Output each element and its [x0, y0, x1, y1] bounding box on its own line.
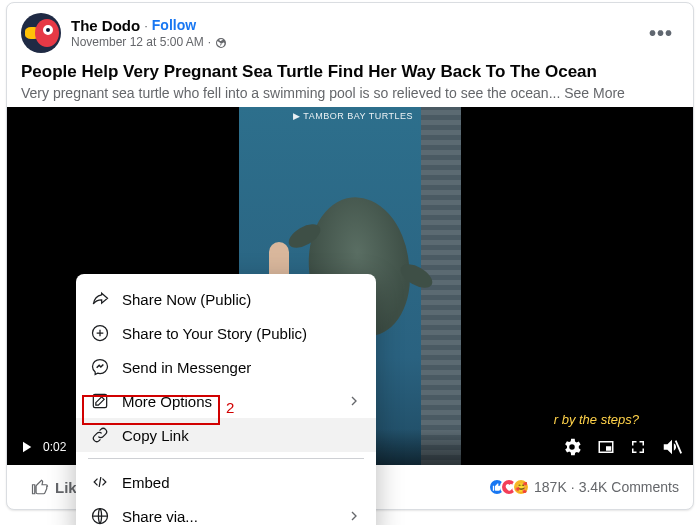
share-story-item[interactable]: Share to Your Story (Public) — [76, 316, 376, 350]
volume-icon[interactable] — [661, 436, 683, 458]
reaction-care-icon: 🥰 — [512, 478, 530, 496]
svg-line-1 — [676, 441, 682, 454]
share-now-item[interactable]: Share Now (Public) — [76, 282, 376, 316]
menu-label: Copy Link — [122, 427, 189, 444]
menu-label: Share Now (Public) — [122, 291, 251, 308]
play-icon[interactable] — [17, 438, 35, 456]
share-arrow-icon — [90, 289, 110, 309]
code-icon — [90, 472, 110, 492]
menu-label: Share via... — [122, 508, 198, 525]
more-options-button[interactable]: ••• — [643, 16, 679, 51]
reactions-bar[interactable]: 🥰 187K · 3.4K Comments — [488, 478, 679, 496]
separator: · — [571, 479, 575, 495]
link-icon — [90, 425, 110, 445]
menu-label: Send in Messenger — [122, 359, 251, 376]
globe-icon[interactable] — [215, 35, 227, 49]
menu-divider — [88, 458, 364, 459]
annotation-step-2: 2 — [226, 399, 234, 416]
video-time: 0:02 — [43, 440, 66, 454]
post-title: People Help Very Pregnant Sea Turtle Fin… — [7, 57, 693, 83]
reaction-count: 187K — [534, 479, 567, 495]
page-avatar[interactable] — [21, 13, 61, 53]
embed-item[interactable]: Embed — [76, 465, 376, 499]
pip-icon[interactable] — [597, 438, 615, 456]
share-via-item[interactable]: Share via... — [76, 499, 376, 525]
globe-grid-icon — [90, 506, 110, 525]
send-messenger-item[interactable]: Send in Messenger — [76, 350, 376, 384]
fullscreen-icon[interactable] — [629, 438, 647, 456]
follow-link[interactable]: Follow — [152, 17, 196, 34]
like-icon — [31, 478, 49, 496]
post-header: The Dodo · Follow November 12 at 5:00 AM… — [7, 3, 693, 57]
reaction-icons: 🥰 — [488, 478, 530, 496]
post-timestamp[interactable]: November 12 at 5:00 AM — [71, 35, 204, 49]
annotation-highlight-2 — [82, 395, 220, 425]
menu-label: Embed — [122, 474, 170, 491]
post-description: Very pregnant sea turtle who fell into a… — [7, 83, 693, 107]
chevron-right-icon — [346, 508, 362, 524]
messenger-icon — [90, 357, 110, 377]
svg-rect-0 — [606, 446, 611, 451]
chevron-right-icon — [346, 393, 362, 409]
settings-icon[interactable] — [561, 436, 583, 458]
separator: · — [144, 18, 148, 34]
video-watermark: ▶ TAMBOR BAY TURTLES — [293, 111, 413, 121]
see-more-link[interactable]: See More — [564, 85, 625, 101]
page-name[interactable]: The Dodo — [71, 17, 140, 35]
plus-circle-icon — [90, 323, 110, 343]
separator: · — [208, 35, 211, 49]
video-caption: r by the steps? — [554, 412, 639, 427]
menu-label: Share to Your Story (Public) — [122, 325, 307, 342]
comment-count[interactable]: 3.4K Comments — [579, 479, 679, 495]
